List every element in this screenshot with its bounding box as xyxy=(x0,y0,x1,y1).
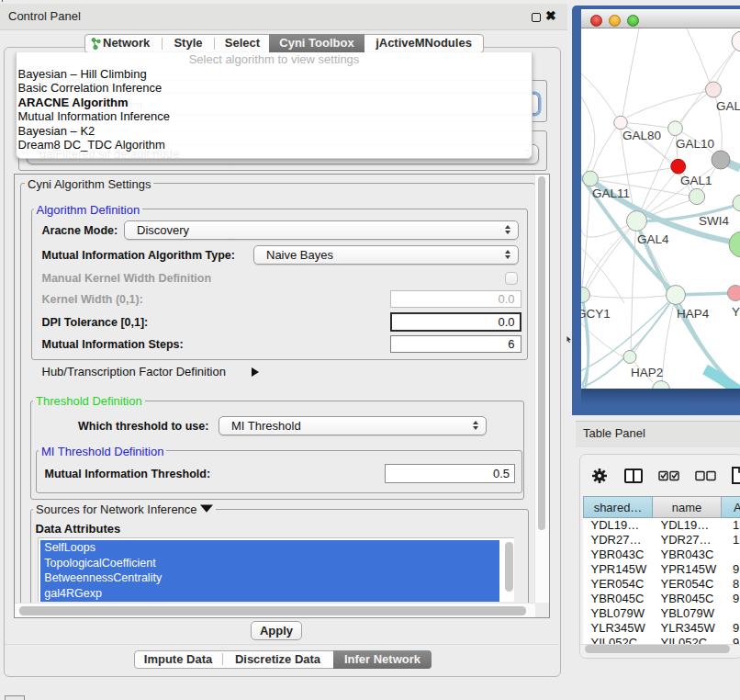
svg-text:HAP2: HAP2 xyxy=(631,366,663,379)
svg-text:GAL1: GAL1 xyxy=(680,174,712,187)
svg-text:HAP4: HAP4 xyxy=(677,307,710,321)
svg-text:GAL11: GAL11 xyxy=(592,186,630,200)
svg-text:GCY1: GCY1 xyxy=(581,307,611,321)
svg-text:GAL4: GAL4 xyxy=(637,232,669,246)
svg-text:SWI4: SWI4 xyxy=(699,214,729,228)
svg-text:GAL: GAL xyxy=(716,99,740,113)
svg-text:GAL80: GAL80 xyxy=(622,129,661,142)
svg-text:GAL10: GAL10 xyxy=(676,137,714,151)
svg-text:Y: Y xyxy=(732,305,740,319)
